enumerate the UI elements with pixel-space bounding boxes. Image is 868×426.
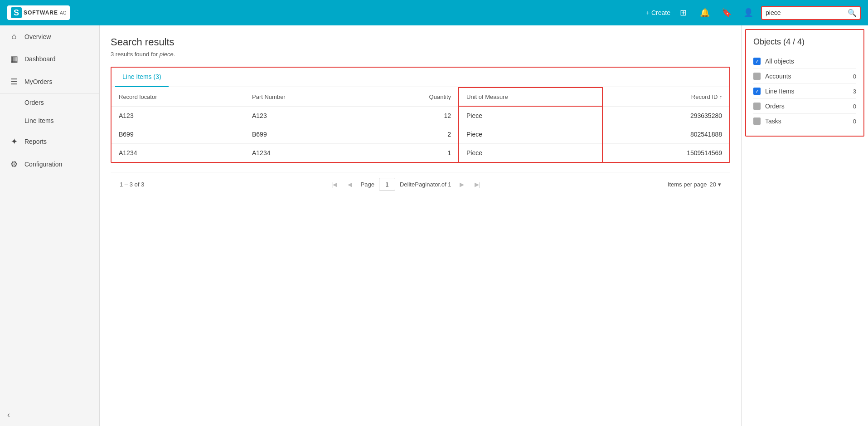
sidebar-item-reports[interactable]: ✦ Reports [0, 130, 99, 153]
right-panel: Objects (4 / 4) All objects Accounts 0 L… [741, 25, 868, 426]
cell-record-locator[interactable]: B699 [112, 125, 245, 144]
bell-icon[interactable]: 🔔 [698, 5, 712, 20]
page-last-button[interactable]: ▶| [471, 178, 484, 191]
bookmark-icon[interactable]: 🔖 [719, 5, 734, 20]
filter-count: 0 [853, 103, 856, 110]
cell-record-id: 802541888 [602, 125, 729, 144]
dashboard-icon: ▦ [9, 54, 19, 64]
col-header-record-id[interactable]: Record ID ↑ [602, 88, 729, 106]
configuration-icon: ⚙ [9, 159, 19, 169]
page-next-button[interactable]: ▶ [456, 178, 468, 191]
filter-label-tasks: Tasks [765, 118, 781, 125]
results-table: Record locator Part Number Quantity Unit… [112, 87, 729, 162]
filter-item-all-objects: All objects [753, 54, 856, 69]
sidebar-item-lineitems[interactable]: Line Items [0, 112, 99, 130]
sidebar-label-configuration: Configuration [24, 161, 62, 168]
filter-label-accounts: Accounts [765, 73, 791, 80]
cell-part-number: A1234 [245, 144, 366, 162]
col-header-part-number: Part Number [245, 88, 366, 106]
cell-record-id: 1509514569 [602, 144, 729, 162]
sort-icon: ↑ [719, 94, 722, 100]
sidebar-item-configuration[interactable]: ⚙ Configuration [0, 153, 99, 176]
tabs-row: Line Items (3) [112, 68, 729, 87]
page-prev-button[interactable]: ◀ [344, 178, 356, 191]
app-body: ⌂ Overview ▦ Dashboard ☰ MyOrders Orders… [0, 25, 868, 426]
cell-quantity: 12 [366, 106, 459, 125]
search-results-title: Search results [111, 36, 730, 48]
collapse-icon: ‹ [7, 410, 10, 420]
tab-line-items[interactable]: Line Items (3) [115, 68, 169, 87]
sidebar-item-overview[interactable]: ⌂ Overview [0, 25, 99, 48]
sidebar-item-myorders[interactable]: ☰ MyOrders [0, 70, 99, 93]
results-area: Line Items (3) Record locator Part Numbe… [111, 67, 730, 163]
search-icon[interactable]: 🔍 [848, 9, 857, 17]
checkbox-line-items[interactable] [753, 88, 761, 95]
filter-list: All objects Accounts 0 Line Items 3 Orde… [753, 54, 856, 128]
myorders-icon: ☰ [9, 77, 19, 87]
logo[interactable]: S software AG [7, 5, 70, 20]
filter-label-line-items: Line Items [765, 88, 795, 95]
checkbox-orders[interactable] [753, 103, 761, 110]
home-icon: ⌂ [9, 32, 19, 41]
reports-icon: ✦ [9, 137, 19, 147]
table-row: A1234 A1234 1 Piece 1509514569 [112, 144, 729, 162]
filter-count: 0 [853, 73, 856, 80]
checkbox-accounts[interactable] [753, 73, 761, 80]
cell-unit-of-measure: Piece [459, 125, 602, 144]
cell-record-id: 293635280 [602, 106, 729, 125]
filter-count: 0 [853, 118, 856, 125]
filter-item-tasks: Tasks 0 [753, 114, 856, 128]
cell-quantity: 1 [366, 144, 459, 162]
page-label: Page [361, 181, 374, 188]
sidebar-label-orders: Orders [24, 99, 44, 106]
page-first-button[interactable]: |◀ [328, 178, 341, 191]
table-row: B699 B699 2 Piece 802541888 [112, 125, 729, 144]
cell-quantity: 2 [366, 125, 459, 144]
logo-text: software [24, 10, 58, 16]
items-per-page: Items per page 20 ▾ [668, 181, 721, 188]
col-header-record-locator: Record locator [112, 88, 245, 106]
cell-record-locator[interactable]: A123 [112, 106, 245, 125]
nav-icons: ⊞ 🔔 🔖 👤 [676, 5, 756, 20]
logo-s-icon: S [11, 7, 22, 18]
sidebar: ⌂ Overview ▦ Dashboard ☰ MyOrders Orders… [0, 25, 100, 426]
filter-label-all-objects: All objects [765, 58, 794, 65]
filter-item-accounts: Accounts 0 [753, 69, 856, 83]
topnav: S software AG + Create ⊞ 🔔 🔖 👤 🔍 [0, 0, 868, 25]
filter-label-orders: Orders [765, 103, 785, 110]
objects-title: Objects (4 / 4) [753, 37, 856, 47]
checkbox-tasks[interactable] [753, 118, 761, 125]
sidebar-label-overview: Overview [24, 33, 51, 40]
logo-ag: AG [60, 10, 66, 15]
search-results-subtitle: 3 results found for piece. [111, 51, 730, 58]
page-input[interactable] [379, 178, 395, 191]
items-per-page-label: Items per page [668, 181, 707, 188]
objects-panel: Objects (4 / 4) All objects Accounts 0 L… [745, 29, 864, 137]
col-header-quantity: Quantity [366, 88, 459, 106]
search-box[interactable]: 🔍 [761, 6, 861, 20]
filter-item-line-items: Line Items 3 [753, 84, 856, 98]
search-input[interactable] [766, 9, 845, 16]
sidebar-item-orders[interactable]: Orders [0, 93, 99, 112]
items-per-page-select[interactable]: 20 ▾ [710, 181, 721, 188]
page-of-label: DelitePaginator.of 1 [400, 181, 451, 188]
filter-item-orders: Orders 0 [753, 99, 856, 113]
cell-unit-of-measure: Piece [459, 106, 602, 125]
user-icon[interactable]: 👤 [741, 5, 756, 20]
checkbox-all-objects[interactable] [753, 58, 761, 65]
page-controls: |◀ ◀ Page DelitePaginator.of 1 ▶ ▶| [328, 178, 484, 191]
sidebar-item-dashboard[interactable]: ▦ Dashboard [0, 48, 99, 70]
pagination-range: 1 – 3 of 3 [120, 181, 144, 188]
cell-part-number: B699 [245, 125, 366, 144]
col-header-unit-of-measure: Unit of Measure [459, 88, 602, 106]
main-content: Search results 3 results found for piece… [100, 25, 741, 426]
sidebar-label-dashboard: Dashboard [24, 55, 56, 63]
table-row: A123 A123 12 Piece 293635280 [112, 106, 729, 125]
cell-record-locator[interactable]: A1234 [112, 144, 245, 162]
sidebar-collapse-button[interactable]: ‹ [0, 404, 99, 426]
create-button[interactable]: + Create [646, 9, 670, 16]
cell-unit-of-measure: Piece [459, 144, 602, 162]
filter-count: 3 [853, 88, 856, 95]
sidebar-label-myorders: MyOrders [24, 78, 52, 85]
grid-icon[interactable]: ⊞ [676, 5, 690, 20]
